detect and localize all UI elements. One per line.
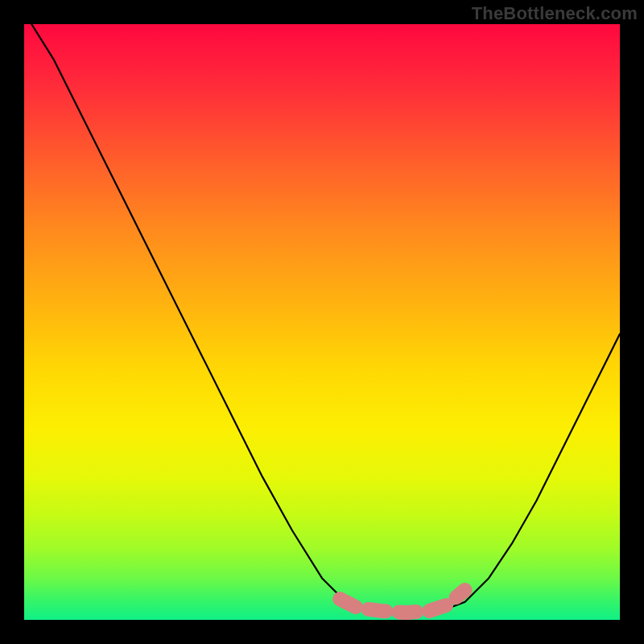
watermark-text: TheBottleneck.com [472, 3, 638, 24]
flat-marker-band [340, 590, 464, 613]
curve-layer [24, 24, 620, 620]
chart-frame: TheBottleneck.com [0, 0, 644, 644]
bottleneck-curve [24, 24, 620, 614]
plot-area [24, 24, 620, 620]
